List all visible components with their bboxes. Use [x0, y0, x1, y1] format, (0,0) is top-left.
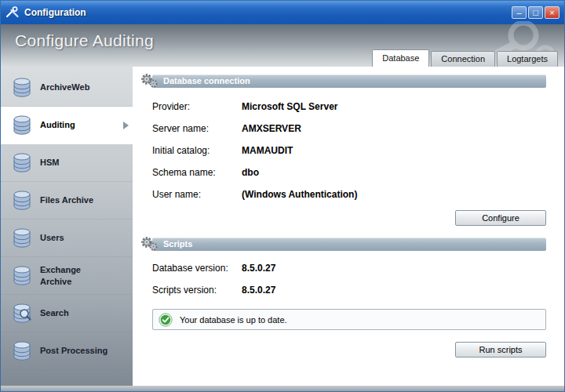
field-label: Server name: [152, 123, 242, 134]
field-label: Scripts version: [152, 285, 242, 296]
sidebar-item-files-archive[interactable]: Files Archive [1, 182, 133, 220]
sidebar-item-search[interactable]: Search [1, 295, 133, 332]
main-content: Database connection Provider: Microsoft … [133, 67, 564, 391]
gears-icon [140, 72, 159, 93]
status-message: Your database is up to date. [180, 315, 287, 325]
sidebar-item-post-processing[interactable]: Post Processing [1, 332, 133, 370]
field-value: MAMAUDIT [242, 145, 293, 156]
sidebar-item-hsm[interactable]: HSM [1, 144, 133, 182]
field-value: 8.5.0.27 [242, 285, 275, 296]
selected-item-arrow-icon [123, 122, 129, 129]
field-row-schema-name: Schema name: dbo [152, 162, 546, 183]
sidebar-item-label: Files Archive [40, 194, 109, 205]
configuration-tools-icon [5, 6, 20, 19]
field-value: Microsoft SQL Server [242, 101, 337, 112]
archiveweb-database-icon [10, 77, 34, 99]
field-label: Initial catalog: [152, 145, 242, 156]
field-value: 8.5.0.27 [242, 263, 275, 274]
configure-button-row: Configure [152, 210, 546, 226]
page-header: Configure Auditing Database Connection L… [1, 24, 564, 67]
window-body: ArchiveWeb Auditing [1, 67, 564, 386]
sidebar-item-label: Search [40, 307, 109, 318]
sidebar-item-exchange-archive[interactable]: Exchange Archive [1, 257, 133, 295]
sidebar-item-label: Exchange Archive [40, 264, 109, 287]
run-scripts-button[interactable]: Run scripts [455, 342, 546, 358]
configure-button[interactable]: Configure [455, 210, 546, 226]
field-value: dbo [242, 167, 259, 178]
configuration-window: Configuration – □ × Configure Auditing D… [0, 0, 565, 392]
gears-icon [140, 235, 159, 256]
search-database-icon [10, 303, 34, 325]
field-row-server-name: Server name: AMXSERVER [152, 118, 546, 140]
window-footer [1, 386, 564, 391]
database-connection-section-header: Database connection [152, 74, 546, 88]
auditing-database-icon [10, 114, 34, 136]
run-scripts-button-row: Run scripts [152, 342, 546, 358]
field-value: (Windows Authentication) [242, 189, 357, 200]
users-database-icon [10, 227, 34, 249]
sidebar-item-label: ArchiveWeb [40, 82, 109, 93]
field-value: AMXSERVER [242, 123, 301, 134]
sidebar-item-label: Users [40, 232, 109, 243]
hsm-database-icon [10, 152, 34, 174]
sidebar-item-archiveweb[interactable]: ArchiveWeb [1, 69, 133, 107]
tab-strip: Database Connection Logtargets [370, 49, 558, 67]
files-archive-database-icon [10, 190, 34, 212]
sidebar-item-auditing[interactable]: Auditing [1, 107, 133, 144]
field-row-user-name: User name: (Windows Authentication) [152, 183, 546, 205]
field-label: Database version: [152, 263, 242, 274]
sidebar-item-label: Auditing [40, 119, 109, 130]
section-title: Scripts [163, 239, 192, 249]
database-status-box: Your database is up to date. [152, 309, 546, 330]
maximize-button[interactable]: □ [528, 6, 543, 19]
exchange-archive-database-icon [10, 265, 34, 287]
field-row-initial-catalog: Initial catalog: MAMAUDIT [152, 140, 546, 162]
field-row-provider: Provider: Microsoft SQL Server [152, 96, 546, 118]
tab-connection[interactable]: Connection [431, 51, 495, 67]
section-title: Database connection [163, 76, 250, 85]
tab-database[interactable]: Database [372, 49, 429, 67]
field-label: Schema name: [152, 167, 242, 178]
page-title: Configure Auditing [15, 31, 154, 50]
field-row-scripts-version: Scripts version: 8.5.0.27 [152, 279, 546, 301]
close-button[interactable]: × [545, 6, 560, 19]
post-processing-database-icon [10, 340, 34, 362]
sidebar: ArchiveWeb Auditing [1, 67, 133, 391]
sidebar-item-label: HSM [40, 157, 109, 168]
field-row-database-version: Database version: 8.5.0.27 [152, 257, 546, 279]
sidebar-item-label: Post Processing [40, 345, 109, 356]
field-label: User name: [152, 189, 242, 200]
minimize-button[interactable]: – [512, 6, 527, 19]
tab-logtargets[interactable]: Logtargets [497, 51, 558, 67]
scripts-fields: Database version: 8.5.0.27 Scripts versi… [152, 257, 546, 301]
window-controls: – □ × [512, 6, 560, 19]
sidebar-item-users[interactable]: Users [1, 220, 133, 257]
scripts-section-header: Scripts [152, 238, 546, 251]
green-check-icon [159, 313, 173, 327]
field-label: Provider: [152, 101, 242, 112]
window-title: Configuration [24, 7, 86, 18]
